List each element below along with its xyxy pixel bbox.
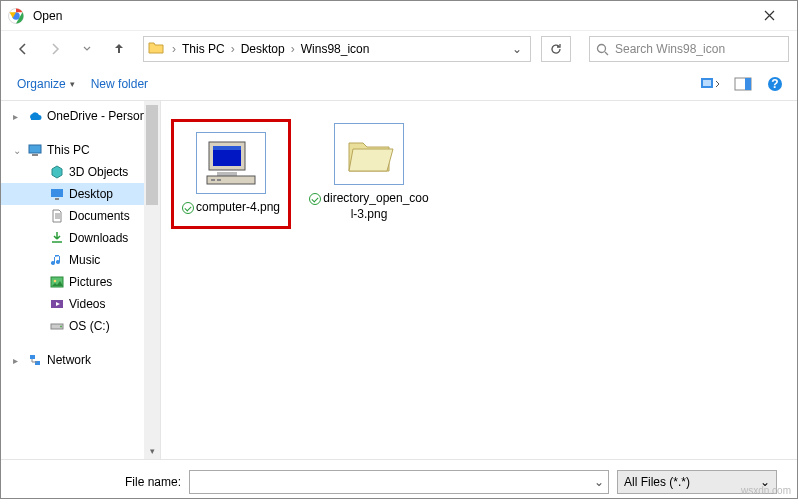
sync-ok-icon [309, 193, 321, 205]
svg-point-17 [60, 326, 62, 328]
chevron-icon[interactable]: ⌄ [13, 145, 23, 156]
file-computer-4-png[interactable]: computer-4.png [171, 119, 291, 229]
address-bar[interactable]: › This PC › Desktop › Wins98_icon ⌄ [143, 36, 531, 62]
sidebar-item-desktop[interactable]: Desktop [1, 183, 160, 205]
body: ▸OneDrive - Person⌄This PC3D ObjectsDesk… [1, 101, 797, 459]
svg-rect-18 [30, 355, 35, 359]
sync-ok-icon [182, 202, 194, 214]
chevron-icon[interactable]: ▸ [13, 111, 23, 122]
caret-down-icon: ▾ [70, 79, 75, 89]
organize-button[interactable]: Organize ▾ [9, 73, 83, 95]
chrome-icon [7, 7, 25, 25]
file-thumbnail [334, 123, 404, 185]
filename-input[interactable]: ⌄ [189, 470, 609, 494]
refresh-button[interactable] [541, 36, 571, 62]
address-dropdown[interactable]: ⌄ [508, 42, 526, 56]
chevron-right-icon: › [170, 42, 178, 56]
new-folder-button[interactable]: New folder [83, 73, 156, 95]
svg-rect-26 [217, 179, 221, 181]
sidebar-item-label: OneDrive - Person [47, 109, 146, 123]
file-pane[interactable]: computer-4.pngdirectory_open_cool-3.png [161, 101, 797, 459]
svg-rect-9 [29, 145, 41, 153]
file-name-label: directory_open_cool-3.png [309, 191, 429, 222]
sidebar-item-label: Desktop [69, 187, 113, 201]
svg-rect-22 [213, 146, 241, 150]
sidebar-item-label: Music [69, 253, 100, 267]
svg-text:?: ? [771, 77, 778, 91]
svg-rect-25 [211, 179, 215, 181]
pc-icon [27, 142, 43, 158]
breadcrumb-current[interactable]: Wins98_icon [297, 38, 374, 60]
desktop-icon [49, 186, 65, 202]
file-thumbnail [196, 132, 266, 194]
navbar: › This PC › Desktop › Wins98_icon ⌄ Sear… [1, 31, 797, 67]
svg-rect-6 [745, 78, 751, 90]
svg-point-2 [598, 44, 606, 52]
search-input[interactable]: Search Wins98_icon [589, 36, 789, 62]
sidebar-item-pictures[interactable]: Pictures [1, 271, 160, 293]
svg-rect-10 [32, 154, 38, 156]
sidebar-scrollbar[interactable]: ▴ ▾ [144, 101, 160, 459]
search-placeholder: Search Wins98_icon [615, 42, 725, 56]
filename-drop-icon[interactable]: ⌄ [594, 475, 604, 489]
watermark: wsxdn.com [741, 485, 791, 496]
sidebar-item-documents[interactable]: Documents [1, 205, 160, 227]
sidebar-item-label: OS (C:) [69, 319, 110, 333]
sidebar-item-this-pc[interactable]: ⌄This PC [1, 139, 160, 161]
filename-label: File name: [101, 475, 181, 489]
3d-icon [49, 164, 65, 180]
file-directory-open-cool-3-png[interactable]: directory_open_cool-3.png [309, 119, 429, 222]
up-button[interactable] [105, 35, 133, 63]
search-icon [596, 43, 609, 56]
onedrive-icon [27, 108, 43, 124]
sidebar-item-os-c-[interactable]: OS (C:) [1, 315, 160, 337]
recent-dropdown[interactable] [73, 35, 101, 63]
scroll-thumb[interactable] [146, 105, 158, 205]
titlebar: Open [1, 1, 797, 31]
sidebar-item-downloads[interactable]: Downloads [1, 227, 160, 249]
toolbar: Organize ▾ New folder ? [1, 67, 797, 101]
svg-rect-12 [55, 198, 59, 200]
music-icon [49, 252, 65, 268]
sidebar-item-label: This PC [47, 143, 90, 157]
window-title: Open [33, 9, 747, 23]
sidebar-item-3d-objects[interactable]: 3D Objects [1, 161, 160, 183]
chevron-right-icon: › [229, 42, 237, 56]
sidebar-item-label: Network [47, 353, 91, 367]
forward-button[interactable] [41, 35, 69, 63]
svg-rect-4 [703, 80, 711, 86]
network-icon [27, 352, 43, 368]
sidebar-item-onedrive-person[interactable]: ▸OneDrive - Person [1, 105, 160, 127]
breadcrumb-desktop[interactable]: Desktop [237, 38, 289, 60]
sidebar-item-label: 3D Objects [69, 165, 128, 179]
preview-pane-button[interactable] [729, 72, 757, 96]
close-button[interactable] [747, 2, 791, 30]
sidebar-item-music[interactable]: Music [1, 249, 160, 271]
svg-rect-11 [51, 189, 63, 197]
footer: File name: ⌄ All Files (*.*) ⌄ Open▾ Can… [1, 459, 797, 501]
sidebar: ▸OneDrive - Person⌄This PC3D ObjectsDesk… [1, 101, 161, 459]
sidebar-item-label: Documents [69, 209, 130, 223]
videos-icon [49, 296, 65, 312]
sidebar-item-network[interactable]: ▸Network [1, 349, 160, 371]
drive-icon [49, 318, 65, 334]
back-button[interactable] [9, 35, 37, 63]
scroll-down-icon[interactable]: ▾ [144, 443, 160, 459]
folder-icon [148, 40, 166, 58]
svg-rect-23 [217, 172, 237, 176]
sidebar-item-label: Pictures [69, 275, 112, 289]
breadcrumb-this-pc[interactable]: This PC [178, 38, 229, 60]
chevron-icon[interactable]: ▸ [13, 355, 23, 366]
sidebar-item-videos[interactable]: Videos [1, 293, 160, 315]
pictures-icon [49, 274, 65, 290]
file-name-label: computer-4.png [182, 200, 280, 216]
chevron-right-icon: › [289, 42, 297, 56]
documents-icon [49, 208, 65, 224]
open-dialog: Open › This PC › Desktop › Wins98_icon ⌄… [0, 0, 798, 499]
sidebar-item-label: Downloads [69, 231, 128, 245]
downloads-icon [49, 230, 65, 246]
help-button[interactable]: ? [761, 72, 789, 96]
sidebar-item-label: Videos [69, 297, 105, 311]
svg-point-14 [54, 280, 57, 283]
view-button[interactable] [697, 72, 725, 96]
